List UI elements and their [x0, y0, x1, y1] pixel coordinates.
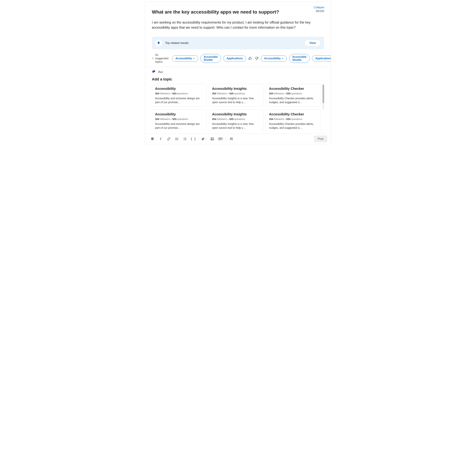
ai-topic-chip[interactable]: Accessibility+: [261, 55, 287, 62]
lightbulb-icon: [155, 40, 162, 46]
view-related-button[interactable]: View: [305, 39, 321, 46]
topic-card[interactable]: Accessibility354 followers • 525 questio…: [152, 84, 207, 107]
ai-suggested-text: AI-suggested topics: [155, 53, 170, 63]
topic-name: Accessibility Checker: [269, 112, 317, 116]
gif-label: GIF: [218, 137, 223, 140]
bold-button[interactable]: B: [149, 137, 156, 141]
topic-meta: 354 followers • 525 questions: [269, 92, 317, 95]
composer-dialog: Collapse 56/150 What are the key accessi…: [145, 2, 331, 144]
viva-topics-icon: [152, 70, 156, 74]
code-block-button[interactable]: { }: [189, 137, 197, 141]
header-actions: Collapse: [152, 6, 324, 9]
numbered-list-button[interactable]: 123: [181, 137, 189, 141]
insert-image-button[interactable]: [208, 137, 216, 141]
topic-description: Accessibility Checker provides alerts, n…: [269, 122, 317, 130]
svg-point-16: [230, 138, 231, 139]
italic-button[interactable]: I: [157, 137, 164, 141]
topic-name: Accessibility Checker: [269, 87, 317, 91]
ai-topic-chip[interactable]: Applications: [223, 56, 246, 61]
topic-card[interactable]: Accessibility354 followers • 525 questio…: [152, 109, 207, 131]
topic-input-row: [152, 70, 324, 74]
svg-point-2: [176, 138, 176, 138]
topic-meta: 354 followers • 525 questions: [155, 118, 203, 121]
chip-label: Accessible Shuttle: [292, 55, 306, 61]
topic-meta: 354 followers • 525 questions: [155, 92, 203, 95]
topic-suggestion-grid: Accessibility354 followers • 525 questio…: [152, 84, 320, 131]
add-topic-heading: Add a topic: [152, 77, 324, 82]
topic-description: Accessibility Insights is a new, free, o…: [212, 122, 260, 130]
topic-meta: 354 followers • 525 questions: [212, 118, 260, 121]
topic-description: Accessibility Insights is a new, free, o…: [212, 97, 260, 104]
sparkle-icon: [152, 57, 154, 60]
svg-point-17: [232, 138, 233, 139]
ai-topic-chip[interactable]: Accessible Shuttle: [289, 54, 310, 63]
section-divider: [145, 67, 331, 67]
topic-area: Accessibility354 followers • 525 questio…: [152, 84, 324, 131]
post-button[interactable]: Post: [314, 136, 327, 142]
ai-suggestions-row: AI-suggested topics Accessibility +Acces…: [152, 53, 324, 63]
bullet-list-button[interactable]: [173, 137, 181, 141]
svg-rect-14: [211, 138, 214, 140]
topic-description: Accessibility and inclusive design are p…: [155, 122, 203, 130]
topic-card[interactable]: Accessibility Insights354 followers • 52…: [209, 109, 264, 131]
scrollbar-thumb[interactable]: [322, 84, 324, 103]
question-body[interactable]: I am working on the accessibility requir…: [152, 20, 324, 30]
svg-text:3: 3: [184, 139, 184, 140]
ai-suggested-label: AI-suggested topics: [152, 53, 170, 63]
formatting-toolbar: B I 123 { } GIF Post: [145, 134, 331, 144]
ai-topic-chip[interactable]: Applications: [312, 56, 331, 61]
ai-topic-chip[interactable]: Accessibility +: [172, 55, 198, 62]
topic-name: Accessibility: [155, 87, 203, 91]
chip-label: Accessibility: [264, 57, 281, 60]
composer-content: Collapse 56/150 What are the key accessi…: [145, 2, 331, 131]
add-people-button[interactable]: [228, 137, 235, 141]
chip-label: Applications: [315, 57, 331, 60]
thumbs-down-icon[interactable]: [255, 56, 259, 61]
chip-label: Accessible Shuttle: [204, 55, 218, 61]
topic-description: Accessibility and inclusive design are p…: [155, 97, 203, 104]
insert-gif-button[interactable]: GIF: [217, 137, 224, 140]
svg-point-1: [153, 70, 155, 72]
topic-name: Accessibility: [155, 112, 203, 116]
chip-label: Applications: [226, 57, 243, 60]
topic-card[interactable]: Accessibility Checker354 followers • 525…: [266, 84, 320, 107]
plus-icon: +: [193, 57, 195, 60]
char-counter: 56/150: [316, 10, 324, 13]
topic-name: Accessibility Insights: [212, 87, 260, 91]
svg-point-4: [176, 139, 176, 139]
collapse-link[interactable]: Collapse: [314, 6, 324, 9]
svg-point-6: [176, 140, 176, 140]
thumbs-up-icon[interactable]: [248, 56, 252, 61]
related-results-bar: Top related results View: [152, 37, 324, 49]
plus-icon: +: [282, 57, 283, 60]
related-results-label: Top related results: [165, 41, 305, 45]
attach-file-button[interactable]: [201, 137, 208, 140]
chevron-down-icon: [205, 138, 207, 140]
topic-search-input[interactable]: [158, 70, 194, 74]
link-button[interactable]: [165, 137, 172, 141]
topic-description: Accessibility Checker provides alerts, n…: [269, 97, 317, 104]
toolbar-separator: [199, 137, 199, 141]
ai-topic-chip[interactable]: Accessible Shuttle: [201, 54, 221, 63]
question-title[interactable]: What are the key accessibility apps we n…: [152, 9, 290, 15]
topic-meta: 354 followers • 525 questions: [269, 118, 317, 121]
topic-card[interactable]: Accessibility Checker354 followers • 525…: [266, 109, 320, 131]
topic-card[interactable]: Accessibility Insights354 followers • 52…: [209, 84, 264, 107]
topic-scrollbar[interactable]: [322, 84, 324, 110]
feedback-controls: [248, 56, 259, 61]
svg-point-15: [212, 138, 212, 139]
chip-label: Accessibility: [175, 57, 192, 60]
topic-meta: 354 followers • 525 questions: [212, 92, 260, 95]
topic-name: Accessibility Insights: [212, 112, 260, 116]
